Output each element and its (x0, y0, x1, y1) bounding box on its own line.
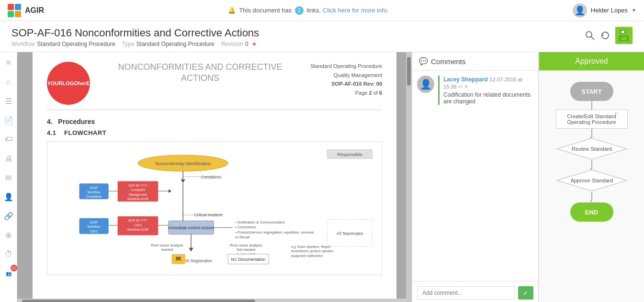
comment-submit-button[interactable]: ✓ (518, 286, 533, 300)
revision-label: Revision (221, 41, 243, 47)
workflow-status-header: Approved (539, 52, 644, 70)
badge-icon[interactable]: 👥 22 (2, 267, 15, 280)
svg-rect-10 (621, 37, 627, 40)
document-title: SOP-AF-016 Nonconformities and Correctiv… (11, 27, 633, 39)
comment-edit-icon[interactable]: ✏ ✕ (458, 84, 468, 89)
topbar-notification: 🔔 This document has 2 links. Click here … (44, 6, 573, 15)
svg-rect-3 (15, 11, 21, 17)
link-icon[interactable]: 🔗 (2, 209, 15, 223)
svg-text:Responsible: Responsible (338, 152, 362, 157)
svg-rect-1 (15, 4, 21, 10)
print-icon[interactable]: 🖨 (2, 152, 15, 165)
user-menu-chevron[interactable]: ▼ (632, 8, 636, 13)
svg-marker-16 (181, 179, 185, 183)
svg-text:AGIR: AGIR (90, 221, 98, 224)
svg-marker-29 (169, 189, 172, 193)
revision-value: 0 (245, 41, 249, 47)
save-button[interactable] (615, 27, 633, 44)
svg-text:AGIR: AGIR (90, 186, 98, 190)
doc-inner-title: NONCONFORMITIES AND CORRECTIVE ACTIONS (90, 62, 310, 84)
favorite-icon[interactable]: ♥ (252, 40, 256, 48)
workflow-panel: Approved START ▼ Create/Edit Standard Op… (539, 52, 644, 302)
svg-text:equipment malfunction: equipment malfunction (291, 254, 323, 258)
app-logo[interactable]: AGIR (8, 4, 44, 17)
comment-input[interactable] (417, 286, 515, 300)
user-icon[interactable]: 👤 (2, 190, 15, 203)
page-header: SOP-AF-016 Nonconformities and Correctiv… (0, 21, 644, 52)
hscroll-thumb[interactable] (22, 300, 255, 302)
section-title: 4. Procedures (47, 118, 382, 125)
comment-item: 👤 Lacey Sheppard 12-07-2016 at 15:36 ✏ ✕… (417, 76, 533, 105)
document-viewer[interactable]: YOUR LOGO herE NONCONFORMITIES AND CORRE… (17, 52, 412, 302)
vertical-scrollbar[interactable] (406, 52, 412, 302)
svg-text:Workflow: Workflow (87, 225, 100, 228)
workflow-step2: Review Standard (556, 137, 628, 160)
doc-code: SOP-AF-016 (11, 27, 72, 39)
menu-icon[interactable]: ≡ (2, 56, 15, 69)
user-avatar: 👤 (573, 3, 587, 18)
svg-line-5 (591, 37, 595, 40)
svg-text:Nonconformity Identification: Nonconformity Identification (155, 161, 211, 166)
svg-marker-57 (189, 248, 193, 252)
refresh-button[interactable] (600, 30, 610, 41)
workflow-start: START (570, 82, 613, 101)
doc-inner-meta: Standard Operating Procedure Quality Man… (310, 62, 382, 98)
subsection-title: 4.1 FLOWCHART (47, 129, 382, 136)
workflow-arrow-2: ▼ (591, 129, 592, 137)
comments-title: Comments (431, 57, 466, 66)
svg-rect-8 (621, 31, 624, 33)
svg-text:✉: ✉ (176, 255, 181, 262)
workflow-label: Workflow (11, 41, 35, 47)
svg-text:All Teammates: All Teammates (337, 232, 363, 236)
doc-meta: Workflow Standard Operating Procedure Ty… (11, 40, 633, 48)
svg-text:Workflow: Workflow (87, 190, 100, 194)
svg-text:e.g. Exam repetition, Report: e.g. Exam repetition, Report (291, 245, 330, 249)
svg-text:Root cause analysis: Root cause analysis (230, 243, 262, 247)
workflow-end: END (570, 202, 613, 222)
scrollbar-thumb[interactable] (407, 57, 411, 86)
svg-text:Not needed: Not needed (237, 247, 255, 252)
workflow-step1-box: Create/Edit Standard Operating Procedure… (556, 110, 628, 129)
comments-body: 👤 Lacey Sheppard 12-07-2016 at 15:36 ✏ ✕… (412, 71, 538, 281)
bell-icon: 🔔 (228, 7, 236, 14)
svg-text:needed: needed (161, 247, 173, 252)
svg-text:Immediate control actions: Immediate control actions (168, 225, 215, 230)
horizontal-scrollbar[interactable] (17, 299, 406, 302)
commenter-avatar: 👤 (417, 76, 434, 93)
mail-icon[interactable]: ✉ (2, 171, 15, 184)
header-actions (585, 27, 633, 44)
svg-text:Amendment, product rejection,: Amendment, product rejection, (291, 249, 334, 253)
comments-header: 💬 Comments (412, 52, 538, 71)
svg-rect-0 (8, 4, 14, 10)
workflow-arrow-1: ▼ (591, 101, 592, 110)
links-count-badge: 2 (295, 6, 304, 15)
company-logo: YOUR LOGO herE (47, 62, 90, 105)
type-value: Standard Operating Procedure (136, 41, 215, 47)
comment-input-area: ✓ (412, 281, 538, 302)
svg-text:Approve Standard: Approve Standard (570, 178, 613, 183)
workflow-end-wrapper: END (570, 202, 613, 222)
svg-text:• Corrections: • Corrections (235, 225, 256, 229)
user-name[interactable]: Helder Lopes (591, 7, 628, 14)
flowchart-area: Responsible Nonconformity Identification… (47, 141, 382, 275)
clock-icon[interactable]: ⏱ (2, 247, 15, 261)
tag-icon[interactable]: 🏷 (2, 133, 15, 146)
svg-text:Management: Management (129, 193, 147, 197)
bookmark-icon[interactable]: ⊕ (2, 228, 15, 242)
type-label: Type (122, 41, 135, 47)
more-info-link[interactable]: Click here for more info. (323, 7, 389, 14)
home-icon[interactable]: ⌂ (2, 75, 15, 89)
badge-count: 👥 (6, 271, 11, 276)
logo-icon (8, 4, 21, 17)
doc-title-text: Nonconformities and Corrective Actions (75, 27, 259, 39)
search-button[interactable] (585, 30, 595, 41)
sidebar: ≡ ⌂ ☰ 📄 🏷 🖨 ✉ 👤 🔗 ⊕ ⏱ 👥 22 (0, 52, 17, 302)
topbar: AGIR 🔔 This document has 2 links. Click … (0, 0, 644, 21)
svg-text:NC Documentation: NC Documentation (231, 257, 266, 262)
document-icon[interactable]: 📄 (2, 113, 15, 127)
workflow-body: START ▼ Create/Edit Standard Operating P… (539, 70, 644, 226)
svg-text:SOP-AF-YYY: SOP-AF-YYY (128, 219, 147, 222)
comment-bubble-icon: 💬 (419, 57, 428, 66)
comment-text: Codification for related documents are c… (443, 91, 533, 105)
list-icon[interactable]: ☰ (2, 94, 15, 108)
